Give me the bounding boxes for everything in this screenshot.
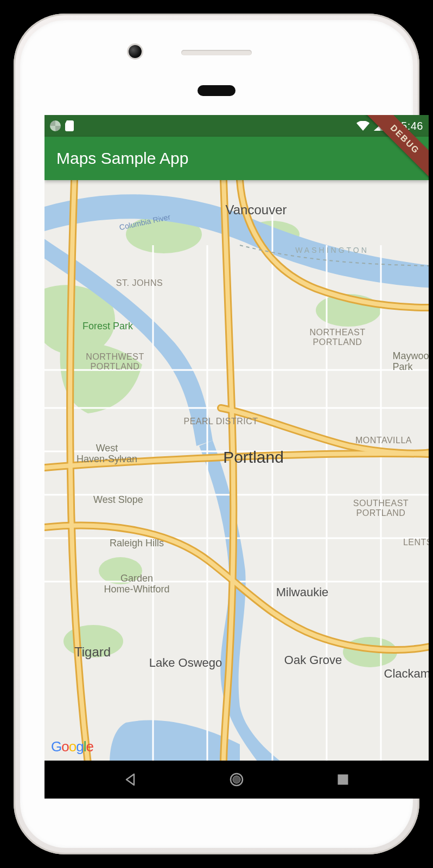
proximity-sensor — [198, 85, 235, 96]
home-button[interactable] — [227, 770, 246, 789]
battery-charging-icon — [389, 120, 397, 132]
front-camera — [129, 45, 142, 58]
recents-button[interactable] — [334, 770, 352, 789]
screen: 5:46 DEBUG Maps Sample App — [44, 115, 429, 799]
map-tiles — [44, 180, 429, 761]
park-label-forest-park: Forest Park — [82, 321, 133, 332]
phone-bezel: 5:46 DEBUG Maps Sample App — [20, 20, 413, 848]
svg-rect-1 — [391, 120, 394, 122]
google-attribution: Google — [51, 738, 93, 755]
earpiece-speaker — [181, 50, 252, 55]
city-label-lake-oswego: Lake Oswego — [149, 656, 222, 669]
district-label-st-johns: ST. JOHNS — [116, 278, 163, 288]
place-label-garden-home-whitford: Garden Home-Whitford — [104, 573, 169, 595]
place-label-west-haven-sylvan: West Haven-Sylvan — [77, 443, 137, 465]
city-label-vancouver: Vancouver — [226, 203, 287, 217]
map-view[interactable]: Vancouver Columbia River WASHINGTON ST. … — [44, 180, 429, 761]
status-bar: 5:46 — [44, 115, 429, 137]
district-label-lents: LENTS — [403, 538, 429, 547]
district-label-pearl: PEARL DISTRICT — [183, 417, 258, 426]
place-label-maywood-park: Maywood Park — [392, 351, 429, 373]
city-label-tigard: Tigard — [74, 645, 111, 659]
state-label-washington: WASHINGTON — [295, 246, 369, 254]
place-label-raleigh-hills: Raleigh Hills — [110, 538, 164, 549]
phone-frame: 5:46 DEBUG Maps Sample App — [14, 14, 419, 854]
back-button[interactable] — [121, 770, 139, 789]
cell-signal-icon — [374, 121, 385, 131]
status-clock: 5:46 — [401, 120, 423, 132]
city-label-portland: Portland — [223, 448, 284, 466]
district-label-nw-portland: NORTHWEST PORTLAND — [86, 352, 144, 371]
svg-point-21 — [233, 776, 240, 783]
wifi-icon — [356, 121, 370, 131]
sd-card-icon — [65, 120, 74, 131]
city-label-clackamas: Clackamas — [384, 667, 429, 680]
district-label-se-portland: SOUTHEAST PORTLAND — [353, 499, 409, 518]
place-label-west-slope: West Slope — [93, 495, 143, 506]
svg-rect-22 — [338, 775, 348, 784]
district-label-montavilla: MONTAVILLA — [355, 436, 412, 445]
city-label-milwaukie: Milwaukie — [276, 586, 329, 599]
loading-spinner-icon — [50, 120, 61, 131]
district-label-ne-portland: NORTHEAST PORTLAND — [310, 328, 366, 347]
city-label-oak-grove: Oak Grove — [284, 654, 342, 667]
android-nav-bar — [44, 761, 429, 799]
app-bar: Maps Sample App — [44, 137, 429, 180]
app-title: Maps Sample App — [56, 149, 188, 168]
